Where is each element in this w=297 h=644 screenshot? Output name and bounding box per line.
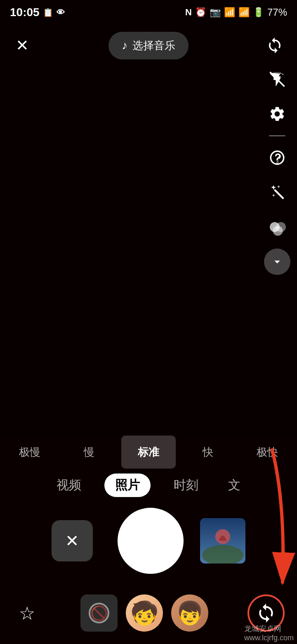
- timer-icon: 3: [269, 149, 286, 166]
- music-select-label: 选择音乐: [132, 38, 175, 53]
- gallery-thumbnail[interactable]: [200, 518, 245, 564]
- svg-text:3: 3: [276, 159, 279, 165]
- shutter-button[interactable]: [118, 508, 184, 574]
- cancel-icon: ✕: [65, 531, 79, 550]
- color-filter-button[interactable]: [264, 214, 290, 240]
- chevron-down-icon: [271, 255, 284, 268]
- flip-camera-button[interactable]: [262, 33, 287, 58]
- speed-ultra-fast[interactable]: 极快: [240, 436, 295, 469]
- close-button[interactable]: ✕: [10, 33, 35, 58]
- close-icon: ✕: [16, 38, 29, 53]
- face-emoji-1: 🧒: [130, 600, 159, 627]
- status-right-icons: N ⏰ 📷 📶 📶 🔋 77%: [185, 7, 287, 18]
- status-time: 10:05: [10, 6, 40, 19]
- sim-icon: 📋: [43, 7, 53, 17]
- flash-button[interactable]: [264, 66, 290, 92]
- camera-status-icon: 📷: [210, 7, 221, 18]
- filter-face-1[interactable]: 🧒: [126, 594, 163, 632]
- speed-slow[interactable]: 慢: [62, 436, 116, 469]
- alarm-icon: ⏰: [195, 7, 206, 18]
- flip-camera-icon: [266, 37, 283, 54]
- speed-standard[interactable]: 标准: [121, 436, 176, 469]
- tab-video[interactable]: 视频: [50, 474, 88, 497]
- expand-tools-button[interactable]: [264, 249, 290, 275]
- sparkle-wand-icon: [269, 184, 286, 201]
- camera-controls: ✕: [0, 500, 297, 582]
- toolbar-divider: [269, 135, 285, 136]
- color-circles-icon: [269, 218, 286, 236]
- favorites-button[interactable]: ☆: [12, 599, 41, 627]
- mode-tabs: 视频 照片 时刻 文: [0, 471, 297, 500]
- svg-point-6: [273, 226, 283, 236]
- speed-fast[interactable]: 快: [181, 436, 235, 469]
- right-toolbar: 3: [264, 66, 290, 275]
- nfc-icon: N: [185, 7, 192, 18]
- watermark: 龙城安卓网 www.lcjrfg.com: [244, 624, 294, 642]
- gear-icon: [269, 105, 286, 123]
- beauty-button[interactable]: [264, 179, 290, 206]
- refresh-filter-icon: [256, 603, 276, 623]
- svg-line-3: [275, 190, 283, 198]
- filter-face-2[interactable]: 👦: [171, 594, 208, 632]
- gallery-thumb-image: [200, 518, 245, 564]
- cancel-button[interactable]: ✕: [52, 520, 93, 561]
- wifi-icon: 📶: [224, 7, 235, 18]
- music-note-icon: ♪: [122, 39, 127, 52]
- settings-button[interactable]: [264, 101, 290, 127]
- tab-photo[interactable]: 照片: [104, 474, 151, 497]
- speed-selector: 极慢 慢 标准 快 极快: [0, 433, 297, 471]
- eye-icon: 👁: [57, 8, 65, 17]
- speed-ultra-slow[interactable]: 极慢: [2, 436, 57, 469]
- star-icon: ☆: [19, 603, 35, 624]
- top-bar: ✕ ♪ 选择音乐: [0, 25, 297, 66]
- battery-icon: 🔋: [253, 7, 264, 18]
- filter-items: 🚫 🧒 👦: [80, 594, 208, 632]
- timer-button[interactable]: 3: [264, 144, 290, 171]
- no-filter-button[interactable]: 🚫: [80, 594, 118, 632]
- face-emoji-2: 👦: [176, 600, 204, 627]
- music-select-button[interactable]: ♪ 选择音乐: [108, 32, 189, 59]
- flash-off-icon: [269, 71, 286, 88]
- no-filter-icon: 🚫: [89, 603, 109, 623]
- tab-moment[interactable]: 时刻: [167, 474, 205, 497]
- signal-icon: 📶: [238, 7, 250, 18]
- tab-text[interactable]: 文: [222, 474, 247, 497]
- battery-percent: 77%: [267, 7, 287, 18]
- status-bar: 10:05 📋 👁 N ⏰ 📷 📶 📶 🔋 77%: [0, 0, 297, 25]
